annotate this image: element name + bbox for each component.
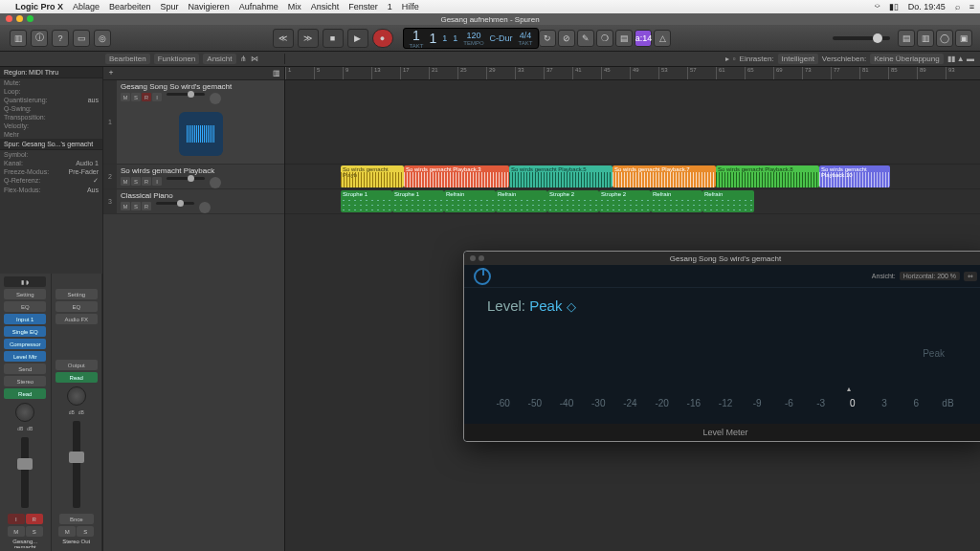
automation-icon[interactable]: ⋔ (240, 55, 247, 63)
lane-3[interactable]: Strophe 1Strophe 1RefrainRefrainStrophe … (285, 189, 980, 214)
drag-mode[interactable]: Keine Überlappung (870, 54, 944, 64)
lcd-div[interactable]: 1 (442, 33, 447, 43)
inspector-row[interactable]: Quantisierung:aus (0, 96, 102, 104)
send-slot[interactable]: Send (4, 364, 46, 374)
notepad-button[interactable]: ▥ (917, 30, 934, 47)
track-3[interactable]: 3 Classical Piano M S R (103, 189, 284, 214)
insert-1[interactable]: Single EQ (4, 326, 46, 337)
minimize-window-icon[interactable] (16, 15, 23, 22)
add-track-icon[interactable]: ＋ (103, 66, 119, 78)
audio-region[interactable]: So wirds gemacht Playback.10 (819, 165, 890, 187)
solo-button[interactable]: ❍ (596, 30, 613, 47)
inspector-row[interactable]: Mute: (0, 78, 102, 87)
bounce-btn[interactable]: Bnce (59, 514, 94, 524)
region-inspector-header[interactable]: Region: MIDI Thru (0, 67, 102, 78)
mute-btn-out[interactable]: M (58, 526, 76, 537)
search-icon[interactable]: ⌕ (955, 2, 960, 11)
inspector-row[interactable]: Q-Referenz:✓ (0, 176, 102, 186)
track-name-2[interactable]: So wirds gemacht Playback (121, 166, 280, 175)
flex-icon[interactable]: ⋈ (251, 55, 258, 63)
mute-btn[interactable]: M (121, 93, 130, 101)
traffic-lights[interactable] (6, 15, 33, 22)
plugin-view-mode[interactable]: Horizontal: 200 % (900, 272, 960, 280)
audio-region[interactable]: So wirds gemacht Playback.5 (509, 165, 612, 187)
output-slot[interactable]: Stereo (4, 376, 46, 386)
menu-ansicht[interactable]: Ansicht (311, 2, 340, 11)
play-button[interactable]: ▶ (347, 29, 368, 48)
record-enable-btn[interactable]: R (26, 514, 43, 524)
stop-button[interactable]: ■ (323, 29, 344, 48)
bar-ruler[interactable]: 1591317212529333741454953576165697377818… (285, 67, 980, 80)
lcd-display[interactable]: 1TAKT 1 1 1 120TEMPO C-Dur 4/4TAKT (403, 28, 540, 49)
setting-button-out[interactable]: Setting (56, 289, 98, 299)
plugin-min-icon[interactable] (479, 255, 484, 261)
plugin-link-icon[interactable]: ⇔ (964, 272, 977, 281)
list-editors-button[interactable]: ▤ (898, 30, 915, 47)
menu-fenster[interactable]: Fenster (348, 2, 378, 11)
count-in-button[interactable]: ▤ (615, 30, 633, 47)
menu-mix[interactable]: Mix (288, 2, 301, 11)
audio-region[interactable]: So wirds gemacht Playback.7 (612, 165, 716, 187)
automation-mode[interactable]: Read (4, 388, 46, 399)
midi-region[interactable]: Refrain (496, 190, 547, 212)
solo-btn[interactable]: S (26, 526, 43, 537)
browser-button[interactable]: ▣ (955, 30, 972, 47)
track-volume[interactable] (156, 202, 194, 205)
smart-controls-button[interactable]: ◎ (94, 30, 111, 47)
inspector-row[interactable]: Freeze-Modus:Pre-Fader (0, 167, 102, 176)
input-monitor-btn[interactable]: I (8, 514, 25, 524)
track-name-1[interactable]: Gesang Song So wird's gemacht (121, 82, 280, 91)
wifi-icon[interactable]: ⌔ (875, 2, 880, 11)
forward-button[interactable]: ≫ (298, 29, 319, 48)
midi-region[interactable]: Refrain (702, 190, 754, 212)
inspector-row[interactable]: Velocity: (0, 121, 102, 130)
pointer-tool-icon[interactable]: ▸ (725, 55, 729, 63)
track-inspector-header[interactable]: Spur: Gesang So...'s gemacht (0, 139, 102, 150)
plugin-window-level-meter[interactable]: Gesang Song So wird's gemacht Ansicht: H… (463, 251, 980, 442)
volume-fader[interactable] (21, 437, 29, 508)
battery-icon[interactable]: ▮▯ (889, 2, 899, 11)
insert-3[interactable]: Level Mtr (4, 351, 46, 362)
menu-hilfe[interactable]: Hilfe (402, 2, 419, 11)
rec-enable-btn[interactable]: R (142, 93, 151, 101)
clock[interactable]: Do. 19:45 (908, 2, 946, 11)
track-filter-icon[interactable]: ▥ (269, 67, 284, 79)
plugin-titlebar[interactable]: Gesang Song So wird's gemacht (464, 252, 980, 265)
menu-1[interactable]: 1 (388, 2, 392, 11)
inspector-row[interactable]: Transposition: (0, 113, 102, 121)
lane-1[interactable] (285, 80, 980, 165)
solo-btn[interactable]: S (131, 93, 141, 101)
inspector-row[interactable]: Loop: (0, 87, 102, 96)
inspector-row[interactable]: Symbol: (0, 150, 102, 159)
audio-fx-slot[interactable]: Audio FX (56, 314, 98, 324)
rewind-button[interactable]: ≪ (273, 29, 294, 48)
inspector-button[interactable]: ⓘ (31, 30, 48, 47)
midi-region[interactable]: Strophe 2 (599, 190, 651, 212)
lcd-ticks[interactable]: 1 (453, 33, 457, 43)
menu-aufnahme[interactable]: Aufnahme (239, 2, 278, 11)
track-pan[interactable] (210, 93, 221, 104)
lane-2[interactable]: So wirds gemacht PlaybSo wirds gemacht P… (285, 165, 980, 189)
track-volume[interactable] (167, 93, 205, 96)
inspector-row[interactable]: Flex-Modus:Aus (0, 186, 102, 194)
menu-navigieren[interactable]: Navigieren (189, 2, 230, 11)
close-window-icon[interactable] (6, 15, 12, 22)
track-volume[interactable] (167, 177, 205, 180)
eq-thumb-out[interactable]: EQ (56, 301, 98, 312)
metronome-button[interactable]: a:14 (635, 30, 652, 47)
midi-region[interactable]: Refrain (444, 190, 496, 212)
audio-region[interactable]: So wirds gemacht Playb (341, 165, 404, 187)
view-menu[interactable]: Ansicht (203, 54, 235, 64)
functions-menu[interactable]: Funktionen (154, 54, 200, 64)
insert-2[interactable]: Compressor (4, 339, 46, 349)
tuner-button[interactable]: △ (654, 30, 671, 47)
track-2[interactable]: 2 So wirds gemacht Playback M S R I (103, 165, 284, 189)
pan-knob-out[interactable] (67, 386, 86, 406)
inspector-row[interactable]: Q-Swing: (0, 104, 102, 113)
midi-region[interactable]: Refrain (651, 190, 702, 212)
inspector-row[interactable]: Kanal:Audio 1 (0, 159, 102, 167)
inspector-row[interactable]: Mehr (0, 130, 102, 139)
track-name-3[interactable]: Classical Piano (121, 191, 280, 200)
midi-region[interactable]: Strophe 1 (392, 190, 444, 212)
toolbar-button[interactable]: ▭ (73, 30, 90, 47)
